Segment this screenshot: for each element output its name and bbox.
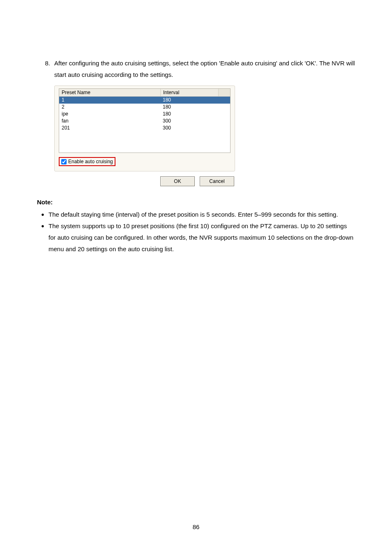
table-row-empty [59, 146, 230, 153]
page-number: 86 [0, 523, 392, 530]
bullet-icon: ● [37, 220, 48, 232]
column-header-preset-name[interactable]: Preset Name [59, 89, 161, 97]
cell-preset-name: 1 [59, 97, 160, 104]
cell-interval: 300 [160, 125, 230, 132]
table-row-empty [59, 139, 230, 146]
ok-button[interactable]: OK [160, 176, 195, 186]
column-header-interval[interactable]: Interval [161, 89, 219, 97]
table-row[interactable]: ipe 180 [59, 111, 230, 118]
note-heading: Note: [37, 199, 355, 206]
note-bullet: The default staying time (interval) of t… [48, 209, 355, 220]
auto-cruising-dialog: Preset Name Interval 1 180 2 180 ipe [54, 86, 235, 186]
checkbox-input[interactable] [61, 159, 67, 164]
list-number: 8. [37, 58, 54, 69]
checkbox-label: Enable auto cruising [68, 159, 113, 164]
cancel-button[interactable]: Cancel [200, 176, 234, 186]
table-row[interactable]: fan 300 [59, 118, 230, 125]
step-text: After configuring the auto cruising sett… [54, 58, 355, 81]
cell-interval: 300 [160, 118, 230, 125]
table-row[interactable]: 1 180 [59, 97, 230, 104]
scrollbar-stub[interactable] [219, 89, 230, 97]
table-row[interactable]: 2 180 [59, 104, 230, 111]
preset-list: Preset Name Interval 1 180 2 180 ipe [59, 88, 231, 153]
cell-preset-name: fan [59, 118, 160, 125]
cell-preset-name: ipe [59, 111, 160, 118]
cell-interval: 180 [160, 111, 230, 118]
cell-preset-name: 2 [59, 104, 160, 111]
cell-interval: 180 [160, 97, 230, 104]
bullet-icon: ● [37, 209, 48, 220]
note-bullet: The system supports up to 10 preset posi… [48, 220, 355, 255]
table-row[interactable]: 201 300 [59, 125, 230, 132]
table-row-empty [59, 132, 230, 139]
cell-preset-name: 201 [59, 125, 160, 132]
enable-auto-cruising-checkbox[interactable]: Enable auto cruising [59, 157, 115, 166]
cell-interval: 180 [160, 104, 230, 111]
